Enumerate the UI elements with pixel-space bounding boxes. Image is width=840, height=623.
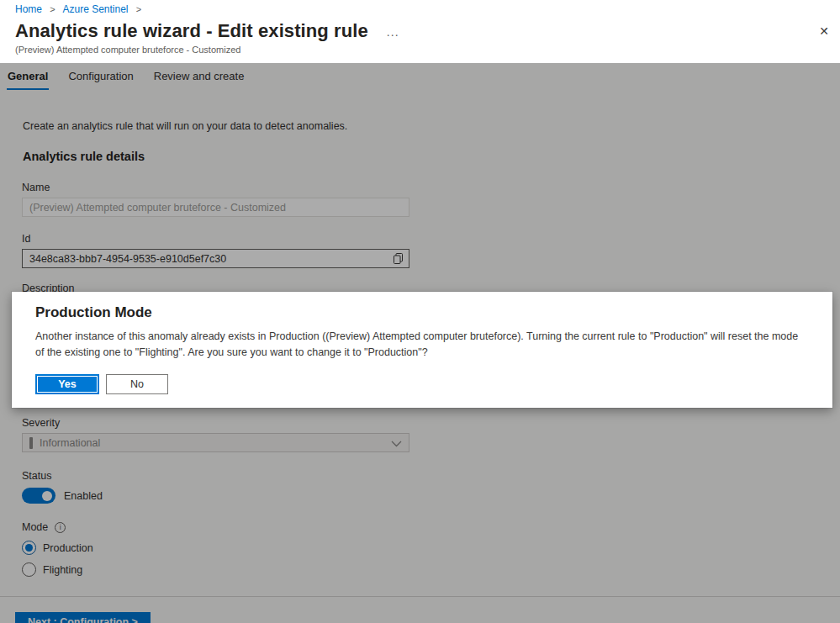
- breadcrumb: Home > Azure Sentinel >: [0, 0, 840, 15]
- breadcrumb-home-link[interactable]: Home: [15, 3, 42, 15]
- no-button[interactable]: No: [106, 374, 168, 394]
- dialog-title: Production Mode: [35, 304, 809, 321]
- page-header: Home > Azure Sentinel > Analytics rule w…: [0, 0, 840, 63]
- breadcrumb-azure-sentinel-link[interactable]: Azure Sentinel: [62, 3, 128, 15]
- breadcrumb-separator: >: [131, 4, 146, 14]
- page-title: Analytics rule wizard - Edit existing ru…: [15, 20, 368, 42]
- analytics-rule-wizard-page: Home > Azure Sentinel > Analytics rule w…: [0, 0, 840, 623]
- close-icon[interactable]: ✕: [819, 25, 829, 37]
- more-options-icon[interactable]: ...: [387, 25, 399, 39]
- breadcrumb-separator: >: [45, 4, 60, 14]
- dialog-message: Another instance of this anomaly already…: [35, 329, 806, 362]
- production-mode-dialog: Production Mode Another instance of this…: [12, 292, 832, 408]
- yes-button[interactable]: Yes: [35, 374, 99, 394]
- page-subtitle: (Preview) Attempted computer bruteforce …: [0, 42, 840, 55]
